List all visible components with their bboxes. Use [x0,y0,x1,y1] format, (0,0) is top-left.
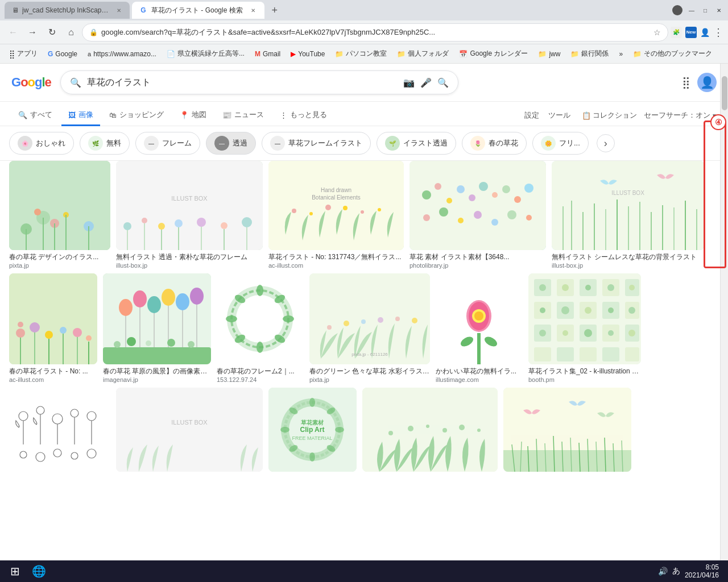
address-bar[interactable]: 🔒 google.com/search?q=草花のイラスト&safe=activ… [82,23,668,41]
chip-kusamono[interactable]: — 草花フレームイラスト [262,132,371,155]
tab-maps[interactable]: 📍 地図 [173,105,213,126]
chip-muryou[interactable]: 🌿 無料 [80,132,130,155]
tab-more[interactable]: ⋮ もっと見る [273,105,334,126]
more-options-button[interactable]: ⋮ [713,26,723,39]
image-thumb-7 [103,273,211,364]
image-thumb-12 [9,388,110,472]
svg-point-42 [469,194,475,201]
image-source-6: ac-illust.com [9,376,97,383]
image-card-2[interactable]: ILLUST BOX [116,161,263,269]
image-card-9[interactable]: pixta.jp - 6211126 春のグリーン 色々な草花 水彩イラスト..… [309,273,430,383]
search-tabs: 🔍 すべて 🖼 画像 🛍 ショッピング 📍 地図 📰 ニュース ⋮ もっと見る … [0,102,728,126]
user-avatar[interactable]: 👤 [697,73,717,92]
chip-oshare[interactable]: 🌸 おしゃれ [9,132,74,155]
image-card-12[interactable] [9,388,110,474]
image-card-15[interactable] [362,388,498,474]
search-box[interactable]: 🔍 草花のイラスト 📷 🎤 🔍 [60,70,458,94]
bookmark-gcalendar[interactable]: 📅 Google カレンダー [454,47,532,61]
image-card-10[interactable]: かわいい草花の無料イラ... illustimage.com [436,273,523,383]
bookmark-star-icon[interactable]: ☆ [653,28,661,37]
home-button[interactable]: ⌂ [63,24,80,41]
scrollbar-thumb[interactable] [722,76,727,110]
tab-close-1[interactable]: ✕ [115,6,123,15]
bookmark-youtube[interactable]: ▶ YouTube [286,48,329,60]
profile-button[interactable]: 👤 [700,28,710,37]
settings-link[interactable]: 設定 [524,110,539,120]
svg-point-90 [190,288,204,305]
image-source-2: illust-box.jp [116,262,263,269]
svg-point-193 [335,427,344,433]
svg-point-21 [175,219,183,227]
svg-point-39 [435,183,441,190]
collections-link[interactable]: 📋 コレクション [582,110,637,120]
image-thumb-11 [528,273,641,364]
tab-news[interactable]: 📰 ニュース [216,105,271,126]
svg-point-201 [408,426,413,431]
voice-search-icon[interactable]: 🎤 [420,77,432,88]
bookmark-other[interactable]: 📁 その他のブックマーク [628,47,717,61]
close-button[interactable]: ✕ [714,6,723,15]
taskbar-chrome[interactable]: 🌐 [27,563,51,580]
image-card-3[interactable]: Hand drawn Botanical Elements [268,161,404,269]
image-card-11[interactable]: 草花イラスト集_02 - k-illustration - B... booth… [528,273,641,383]
google-search-icon[interactable]: 🔍 [437,77,449,88]
image-card-6[interactable]: 春の草花イラスト - No: ... ac-illust.com [9,273,97,383]
google-page: Google 🔍 草花のイラスト 📷 🎤 🔍 ⣿ 👤 🔍 すべて 🖼 画像 [0,64,728,560]
svg-text:Hand drawn: Hand drawn [321,187,351,193]
youtube-favicon: ▶ [291,50,296,58]
bookmark-amazon[interactable]: a https://www.amazo... [83,48,161,60]
image-card-7[interactable]: 春の草花 草原の風景】の画像素材(31... imagenavi.jp [103,273,211,383]
image-card-13[interactable]: ILLUST BOX [116,388,263,474]
bookmark-pc-school[interactable]: 📁 パソコン教室 [330,47,391,61]
image-card-8[interactable]: 春の草花のフレーム2｜... 153.122.97.24 [217,273,304,383]
extensions-icon[interactable]: 🧩 [671,27,682,38]
profile-icon[interactable] [672,5,682,15]
avatar-img: 👤 [700,76,714,89]
svg-point-46 [514,196,521,203]
image-card-4[interactable]: 草花 素材 イラスト素材【3648... photolibrary.jp [410,161,546,269]
bookmark-personal-folder[interactable]: 📁 個人フォルダ [392,47,453,61]
camera-search-icon[interactable]: 📷 [403,77,415,88]
ime-icon[interactable]: あ [672,566,680,576]
back-button[interactable]: ← [5,24,22,41]
tab-active-2[interactable]: G 草花のイラスト - Google 検索 ✕ [132,2,264,19]
chip-haru[interactable]: 🌷 春の草花 [462,132,527,155]
bookmark-school[interactable]: 📄 県立横浜緑ケ丘高等... [162,47,249,61]
image-card-14[interactable]: 草花素材 Clip Art FREE MATERIAL [268,388,357,474]
tab-close-2[interactable]: ✕ [249,6,258,15]
tools-link[interactable]: ツール [548,110,570,120]
pc-school-favicon: 📁 [335,50,344,58]
chip-touka2[interactable]: 🌱 イラスト透過 [377,132,456,155]
google-apps-icon[interactable]: ⣿ [682,76,690,89]
scroll-annotation-4: ④ [704,120,726,268]
image-card-16[interactable] [503,388,631,474]
image-title-7: 春の草花 草原の風景】の画像素材(31... [103,367,211,376]
bookmark-google[interactable]: G Google [43,48,82,60]
volume-icon[interactable]: 🔊 [658,567,668,576]
image-card-5[interactable]: ILLUST BOX [552,161,704,269]
start-button[interactable]: ⊞ [5,563,25,580]
bookmark-apps[interactable]: ⣿ アプリ [5,47,42,61]
search-tools-area: 設定 ツール [524,110,570,120]
tab-images[interactable]: 🖼 画像 [61,105,100,126]
refresh-button[interactable]: ↻ [43,24,60,41]
chip-frame[interactable]: — フレーム [135,132,200,155]
bookmark-jww[interactable]: 📁 jww [533,48,565,60]
tab-shopping[interactable]: 🛍 ショッピング [102,105,171,126]
forward-button[interactable]: → [24,24,41,41]
image-card-1[interactable]: 春の草花 デザインのイラス... pixta.jp [9,161,110,269]
chip-next-button[interactable]: › [597,134,615,152]
chip-touka[interactable]: — 透過 [206,132,256,155]
maximize-button[interactable]: □ [701,6,710,15]
svg-point-121 [412,318,417,323]
bookmark-gmail[interactable]: M Gmail [250,48,285,60]
chip-furi[interactable]: 🌼 フリ... [532,132,589,155]
minimize-button[interactable]: — [687,6,696,15]
annotation-number-4: ④ [710,114,726,130]
safe-search-toggle[interactable]: セーフサーチ：オン ▾ [644,110,717,120]
bookmark-bank[interactable]: 📁 銀行関係 [566,47,613,61]
new-tab-button[interactable]: + [267,2,283,18]
bookmark-more[interactable]: » [614,48,627,60]
tab-inactive-1[interactable]: 🖥 jw_cad SketchUp InkScape Gimp... ✕ [5,2,130,19]
tab-all[interactable]: 🔍 すべて [11,105,59,126]
